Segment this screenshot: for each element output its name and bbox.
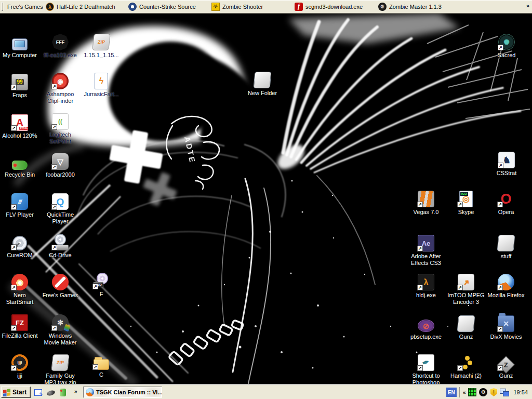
shortcut-arrow-icon <box>498 45 503 50</box>
shortcut-arrow-icon <box>498 163 503 168</box>
desktop-icon-flv-player[interactable]: FLV Player <box>0 191 39 218</box>
shortcut-arrow-icon <box>497 285 503 290</box>
desktop-icon-mozilla-firefox[interactable]: Mozilla Firefox <box>486 272 526 299</box>
desktop-icon-label: Fraps <box>0 92 39 99</box>
taskbar-task-tsgk-clan-forum-vi[interactable]: TSGK Clan Forum :: Vi... <box>83 387 162 398</box>
desktop-icon-gunz[interactable]: Gunz <box>486 352 526 379</box>
movie-maker-icon <box>41 312 80 331</box>
desktop-icon-family-guy-mp3-trax-zip[interactable]: Family Guy MP3 trax.zip <box>41 352 80 384</box>
tray-clock[interactable]: 19:54 <box>512 389 529 395</box>
white-box-icon <box>486 233 526 251</box>
start-button[interactable]: Start <box>1 387 31 398</box>
flash-file-icon <box>295 3 303 11</box>
desktop-icon-hldj-exe[interactable]: hldj.exe <box>406 272 446 299</box>
desktop-icon-new-folder[interactable]: New Folder <box>243 70 282 97</box>
desktop-icon-windows-movie-maker[interactable]: Windows Movie Maker <box>41 312 80 346</box>
tray-network-icon[interactable] <box>500 389 509 396</box>
opera-icon <box>486 189 526 207</box>
firefox-icon <box>86 388 94 396</box>
quick-launch-overflow-chevron[interactable]: » <box>74 389 77 394</box>
ijji-icon <box>0 352 39 371</box>
desktop-icon-label: My Computer <box>0 52 39 59</box>
shortcut-arrow-icon <box>11 365 17 371</box>
desktop-icon-nero-startsmart[interactable]: Nero StartSmart <box>0 272 39 305</box>
desktop-icon-fraps[interactable]: Fraps <box>0 72 39 99</box>
desktop-icon-label: fff-ea103.exe <box>41 52 80 59</box>
desktop-icon-sacred[interactable]: Sacred <box>487 32 526 59</box>
toolbar-item-counter-strike-source[interactable]: Counter-Strike Source <box>126 0 198 13</box>
quicktime-icon <box>41 191 80 210</box>
desktop-icon-hamachi-2[interactable]: Hamachi (2) <box>446 352 486 379</box>
desktop-icon-divx-movies[interactable]: DivX Movies <box>486 313 526 340</box>
desktop-icon-pbsetup-exe[interactable]: pbsetup.exe <box>406 313 446 340</box>
quick-launch-spray-can-icon[interactable] <box>60 389 66 396</box>
toolbar-item-zombie-shooter[interactable]: Zombie Shooter <box>209 0 265 13</box>
shortcut-arrow-icon <box>417 285 423 290</box>
desktop-icon-gunz[interactable]: Gunz <box>446 313 486 340</box>
tray-collapse-chevron[interactable]: « <box>463 390 466 395</box>
tray-security-shield-icon[interactable] <box>490 388 497 396</box>
shortcut-arrow-icon <box>92 284 98 289</box>
tray-led-grid-icon[interactable] <box>468 388 476 396</box>
desktop-icon-label: Recycle Bin <box>0 171 39 178</box>
counter-strike-icon <box>128 3 137 11</box>
desktop-icon-my-computer[interactable]: My Computer <box>0 32 39 59</box>
desktop-icon-c[interactable]: C <box>82 351 121 378</box>
toolbar-item-free-s-games[interactable]: Free's Games <box>5 0 45 13</box>
vegas-icon <box>406 189 446 207</box>
desktop-icon-label: Gunz <box>446 334 486 340</box>
white-box-icon <box>243 70 282 88</box>
desktop-icon-jurrasicfart[interactable]: JurrasicFart... <box>82 71 121 98</box>
csstrat-icon <box>487 150 526 168</box>
desktop-icons: My Computerfff-ea103.exe1.15.1_1.15...Fr… <box>0 14 532 384</box>
desktop-icon-csstrat[interactable]: CSStrat <box>487 150 526 177</box>
desktop-icon-vegas-7-0[interactable]: Vegas 7.0 <box>406 189 446 216</box>
desktop-icon-label: Logitech SetPoint <box>41 131 80 145</box>
quick-launch-mouse-icon[interactable] <box>46 390 56 397</box>
desktop-icon-label: Skype <box>446 209 486 216</box>
desktop-icon-free-s-games[interactable]: Free's Games <box>41 272 80 299</box>
desktop-icon-stuff[interactable]: stuff <box>486 233 526 260</box>
desktop-icon-adobe-after-effects-cs3[interactable]: Adobe After Effects CS3 <box>406 233 446 267</box>
desktop-icon-ashampoo-clipfinder[interactable]: Ashampoo ClipFinder <box>41 71 80 104</box>
desktop-icon-1-15-1-1-15[interactable]: 1.15.1_1.15... <box>82 32 121 59</box>
desktop-icon-logitech-setpoint[interactable]: Logitech SetPoint <box>41 111 80 145</box>
toolbar-overflow-chevron[interactable]: » <box>526 3 529 9</box>
desktop: ADTE <box>0 14 532 384</box>
system-tray: EN « 19:54 <box>445 385 531 399</box>
toolbar-item-zombie-master-1-1-3[interactable]: Zombie Master 1.1.3 <box>376 0 444 13</box>
desktop-icon-filezilla-client[interactable]: FileZilla Client <box>0 312 39 339</box>
desktop-icon-f[interactable]: F <box>82 271 121 298</box>
tray-steam-icon[interactable] <box>479 388 487 396</box>
desktop-icon-label: Ashampoo ClipFinder <box>41 91 80 104</box>
top-toolbar: Free's GamesHalf-Life 2 DeathmatchCounte… <box>0 0 532 14</box>
desktop-icon-cd-drive[interactable]: Cd-Drive <box>41 232 80 259</box>
shortcut-arrow-icon <box>497 202 503 207</box>
shortcut-arrow-icon <box>51 124 57 130</box>
language-indicator[interactable]: EN <box>446 388 457 397</box>
shortcut-arrow-icon <box>51 204 57 210</box>
desktop-icon-quicktime-player[interactable]: QuickTime Player <box>41 191 80 225</box>
desktop-icon-alcohol-120[interactable]: Alcohol 120% <box>0 112 39 139</box>
desktop-icon-fff-ea103-exe[interactable]: fff-ea103.exe <box>41 32 80 59</box>
toolbar-grip-handle[interactable] <box>2 2 3 11</box>
desktop-icon-shortcut-to-photoshop[interactable]: Shortcut to Photoshop <box>406 352 446 384</box>
tray-separator <box>459 387 460 397</box>
zip-icon <box>41 352 80 371</box>
no-entry-icon <box>41 272 80 290</box>
desktop-icon-opera[interactable]: Opera <box>486 189 526 216</box>
toolbar-item-scgmd3-download-exe[interactable]: scgmd3-download.exe <box>292 0 365 13</box>
desktop-icon-foobar2000[interactable]: foobar2000 <box>41 151 80 178</box>
pbsetup-icon <box>406 313 446 332</box>
desktop-icon-curerom[interactable]: CureROM <box>0 232 39 259</box>
hamachi-icon <box>446 352 486 371</box>
quick-launch-show-desktop-icon[interactable] <box>34 389 42 396</box>
desktop-icon-imtoo-mpeg-encoder-3[interactable]: ImTOO MPEG Encoder 3 <box>446 272 486 305</box>
desktop-icon-label: Family Guy MP3 trax.zip <box>41 373 80 384</box>
desktop-icon-label: Cd-Drive <box>41 252 80 259</box>
toolbar-item-half-life-2-deathmatch[interactable]: Half-Life 2 Deathmatch <box>44 0 117 13</box>
desktop-icon-recycle-bin[interactable]: Recycle Bin <box>0 151 39 178</box>
desktop-icon-ijji[interactable]: ijji <box>0 352 39 379</box>
desktop-icon-skype[interactable]: Skype <box>446 189 486 216</box>
toolbar-item-label: Zombie Shooter <box>222 4 263 10</box>
